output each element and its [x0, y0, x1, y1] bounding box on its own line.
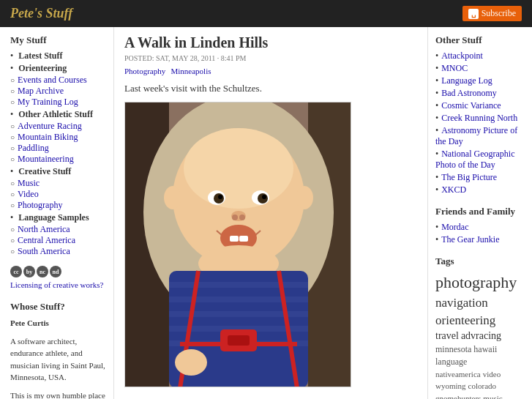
- link-xkcd[interactable]: XKCD: [441, 184, 466, 195]
- tag-video: video: [483, 370, 501, 379]
- list-item: MNOC: [435, 63, 525, 74]
- sub-item: Paddling: [10, 143, 106, 154]
- nav-label-orienteering: Orienteering: [18, 63, 67, 73]
- sub-link-events[interactable]: Events and Courses: [18, 75, 87, 85]
- sub-item: Map Archive: [10, 86, 106, 97]
- tag-minnesota: minnesota: [435, 344, 471, 354]
- post-title: A Walk in Linden Hills: [124, 34, 417, 51]
- list-item: Bad Astronomy: [435, 88, 525, 99]
- tag-music: music: [483, 394, 502, 399]
- sub-link-mountaineering[interactable]: Mountaineering: [18, 154, 74, 164]
- link-language-log[interactable]: Language Log: [441, 75, 492, 86]
- post-image-svg: [125, 102, 351, 387]
- sub-link-adventure[interactable]: Adventure Racing: [18, 121, 82, 131]
- svg-point-5: [184, 128, 293, 209]
- my-stuff-heading: My Stuff: [10, 34, 106, 46]
- nav-item-language: Language Samples North America Central A…: [10, 212, 106, 257]
- link-bad-astronomy[interactable]: Bad Astronomy: [441, 88, 497, 98]
- sub-link-photography[interactable]: Photography: [18, 200, 62, 210]
- post-meta: Posted: Sat, May 28, 2011 · 8:41 PM: [124, 54, 417, 62]
- list-item: The Gear Junkie: [435, 234, 525, 245]
- tag-navigation: navigation: [435, 296, 488, 310]
- tag-colorado: colorado: [468, 381, 496, 390]
- list-item: Mordac: [435, 222, 525, 233]
- link-attackpoint[interactable]: Attackpoint: [441, 51, 483, 61]
- svg-point-13: [232, 215, 238, 220]
- link-mnoc[interactable]: MNOC: [441, 63, 468, 73]
- link-big-picture[interactable]: The Big Picture: [441, 172, 497, 182]
- sub-list-athletic: Adventure Racing Mountain Biking Paddlin…: [10, 121, 106, 165]
- sub-item: My Training Log: [10, 97, 106, 108]
- sub-link-north-america[interactable]: North America: [18, 224, 70, 234]
- sub-link-south-america[interactable]: South America: [18, 246, 70, 256]
- nav-link-latest[interactable]: Latest Stuff: [18, 51, 62, 61]
- list-item: Cosmic Variance: [435, 100, 525, 111]
- sub-item: Music: [10, 178, 106, 189]
- link-creek-running[interactable]: Creek Running North: [441, 113, 517, 123]
- subscribe-button[interactable]: ␣ Subscribe: [462, 6, 522, 21]
- list-item: XKCD: [435, 184, 525, 195]
- rss-icon: ␣: [468, 9, 479, 19]
- site-title: Pete's Stuff: [10, 6, 72, 21]
- tag-hawaii: hawaii: [473, 344, 497, 354]
- sub-item: Mountain Biking: [10, 132, 106, 143]
- page-layout: My Stuff Latest Stuff Orienteering Event…: [0, 27, 532, 399]
- sidebar-left: My Stuff Latest Stuff Orienteering Event…: [0, 27, 113, 399]
- post-tag-photography[interactable]: Photography: [124, 67, 165, 75]
- link-mordac[interactable]: Mordac: [441, 222, 468, 232]
- nav-label-creative: Creative Stuff: [18, 166, 71, 176]
- friends-heading: Friends and Family: [435, 206, 525, 217]
- svg-point-19: [296, 186, 313, 209]
- cc-icon-cc: cc: [10, 266, 22, 277]
- whose-stuff-section: Whose Stuff? Pete Curtis A software arch…: [10, 301, 106, 399]
- nav-label-athletic: Other Athletic Stuff: [18, 109, 93, 119]
- tag-photography: photography: [435, 273, 517, 291]
- author-bio: A software architect, endurance athlete,…: [10, 335, 106, 384]
- svg-point-11: [262, 195, 266, 199]
- tags-section: Tags photography navigation orienteering…: [435, 256, 525, 399]
- other-stuff-heading: Other Stuff: [435, 34, 525, 46]
- list-item: Astronomy Picture of the Day: [435, 125, 525, 147]
- link-astronomy-pic[interactable]: Astronomy Picture of the Day: [435, 125, 517, 146]
- list-item: The Big Picture: [435, 172, 525, 183]
- sub-item: Photography: [10, 200, 106, 211]
- link-cosmic-variance[interactable]: Cosmic Variance: [441, 100, 501, 111]
- tag-nativeamerica: nativeamerica: [435, 370, 481, 379]
- tag-wyoming: wyoming: [435, 381, 466, 390]
- cc-icon-by: by: [23, 266, 35, 277]
- link-natgeo[interactable]: National Geographic Photo of the Day: [435, 149, 515, 170]
- svg-point-14: [239, 215, 245, 220]
- sub-link-biking[interactable]: Mountain Biking: [18, 132, 78, 142]
- svg-rect-22: [169, 282, 308, 288]
- cc-link[interactable]: Licensing of creative works?: [10, 280, 103, 289]
- sub-link-paddling[interactable]: Paddling: [18, 143, 49, 153]
- sub-link-training[interactable]: My Training Log: [18, 97, 78, 107]
- nav-item-creative: Creative Stuff Music Video Photography: [10, 166, 106, 211]
- whose-stuff-heading: Whose Stuff?: [10, 301, 106, 313]
- cc-icon-nc: nc: [37, 266, 48, 277]
- link-gear-junkie[interactable]: The Gear Junkie: [441, 234, 499, 245]
- post-excerpt: Last week's visit with the Schultzes.: [124, 83, 417, 94]
- main-content: A Walk in Linden Hills Posted: Sat, May …: [113, 27, 428, 399]
- creative-commons-box: cc by nc nd Licensing of creative works?: [10, 266, 106, 291]
- sub-list-language: North America Central America South Amer…: [10, 224, 106, 257]
- tag-travel: travel: [435, 330, 459, 341]
- author-name: Pete Curtis: [10, 317, 106, 329]
- tag-gnomehunters: gnomehunters: [435, 394, 481, 399]
- site-header: Pete's Stuff ␣ Subscribe: [0, 0, 532, 27]
- sub-item: Adventure Racing: [10, 121, 106, 132]
- tag-advracing: advracing: [461, 330, 501, 341]
- sub-link-central-america[interactable]: Central America: [18, 235, 75, 245]
- post-tag-minneapolis[interactable]: Minneapolis: [171, 67, 211, 75]
- sub-link-map[interactable]: Map Archive: [18, 86, 64, 96]
- sub-item: South America: [10, 246, 106, 257]
- sidebar-right: Other Stuff Attackpoint MNOC Language Lo…: [428, 27, 532, 399]
- list-item: Creek Running North: [435, 113, 525, 124]
- sub-link-music[interactable]: Music: [18, 178, 40, 188]
- svg-rect-23: [169, 297, 308, 302]
- nav-item-athletic: Other Athletic Stuff Adventure Racing Mo…: [10, 109, 106, 165]
- post-image: [124, 102, 351, 387]
- sub-item: Central America: [10, 235, 106, 246]
- sub-link-video[interactable]: Video: [18, 189, 39, 199]
- tag-orienteering: orienteering: [435, 313, 495, 327]
